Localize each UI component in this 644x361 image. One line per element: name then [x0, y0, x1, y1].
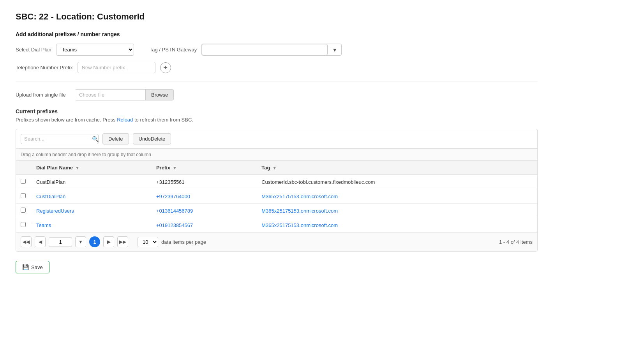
delete-btn[interactable]: Delete — [102, 133, 129, 144]
table-row: Teams+019123854567M365x25175153.onmicros… — [16, 218, 537, 232]
prev-page-btn[interactable]: ◀ — [35, 236, 46, 247]
cache-note-post: to refresh them from SBC. — [134, 117, 193, 123]
form-divider — [16, 81, 538, 81]
telephone-prefix-label: Telephone Number Prefix — [16, 65, 73, 70]
row-0-prefix: +312355561 — [152, 175, 257, 189]
save-icon: 💾 — [22, 264, 29, 270]
file-name-display: Choose file — [75, 90, 145, 100]
row-1-dial-plan[interactable]: CustDialPlan — [32, 189, 152, 204]
per-page-label: data items per page — [161, 239, 206, 245]
first-page-btn[interactable]: ◀◀ — [21, 236, 32, 247]
last-page-btn[interactable]: ▶▶ — [117, 236, 128, 247]
save-label: Save — [31, 264, 43, 270]
cache-note: Prefixes shown below are from cache. Pre… — [16, 117, 538, 123]
undo-delete-btn[interactable]: UndoDelete — [133, 133, 171, 144]
page-title: SBC: 22 - Location: CustomerId — [16, 12, 538, 22]
reload-link[interactable]: Reload — [117, 117, 133, 123]
cache-note-pre: Prefixes shown below are from cache. Pre… — [16, 117, 116, 123]
row-0-dial-plan: CustDialPlan — [32, 175, 152, 189]
telephone-prefix-input[interactable] — [78, 62, 155, 73]
page-number-input[interactable] — [49, 237, 72, 247]
pstn-gateway-input-wrap: M365x25175153.onmicrosoft.com ▼ — [201, 44, 342, 56]
tag-pstn-label: Tag / PSTN Gateway — [150, 47, 197, 53]
save-section: 💾 Save — [16, 261, 538, 273]
add-section-title: Add additional prefixes / number ranges — [16, 31, 538, 37]
checkbox-header-col — [16, 161, 32, 175]
current-prefixes-title: Current prefixes — [16, 108, 538, 114]
prefixes-table: Dial Plan Name ▼ Prefix ▼ Tag ▼ — [16, 161, 537, 232]
row-2-checkbox[interactable] — [21, 208, 26, 213]
save-btn[interactable]: 💾 Save — [16, 261, 49, 273]
drag-hint: Drag a column header and drop it here to… — [16, 149, 537, 161]
table-row: CustDialPlan+97239764000M365x25175153.on… — [16, 189, 537, 204]
col-header-dial-plan: Dial Plan Name ▼ — [32, 161, 152, 175]
prefixes-table-container: 🔍 Delete UndoDelete Drag a column header… — [16, 129, 538, 252]
page-1-btn[interactable]: 1 — [89, 236, 100, 247]
browse-btn[interactable]: Browse — [145, 90, 173, 100]
dial-plan-select[interactable]: Teams CustDialPlan RegisteredUsers — [56, 44, 134, 56]
pagination-bar: ◀◀ ◀ ▼ 1 ▶ ▶▶ 10 25 50 data items per pa… — [16, 232, 537, 251]
table-row: CustDialPlan+312355561CustomerId.sbc-tob… — [16, 175, 537, 189]
row-1-prefix[interactable]: +97239764000 — [152, 189, 257, 204]
dial-plan-filter-icon[interactable]: ▼ — [75, 166, 79, 170]
search-input[interactable] — [24, 136, 90, 142]
search-icon: 🔍 — [92, 136, 99, 142]
row-1-checkbox[interactable] — [21, 193, 26, 198]
col-header-tag: Tag ▼ — [257, 161, 537, 175]
row-2-dial-plan[interactable]: RegisteredUsers — [32, 204, 152, 218]
next-page-btn[interactable]: ▶ — [103, 236, 114, 247]
row-1-tag[interactable]: M365x25175153.onmicrosoft.com — [257, 189, 537, 204]
upload-label: Upload from single file — [16, 92, 70, 98]
row-3-prefix[interactable]: +019123854567 — [152, 218, 257, 232]
search-wrap: 🔍 — [21, 134, 99, 144]
add-prefix-btn[interactable]: + — [160, 62, 171, 73]
row-2-tag[interactable]: M365x25175153.onmicrosoft.com — [257, 204, 537, 218]
items-count: 1 - 4 of 4 items — [499, 239, 533, 245]
page-dropdown-btn[interactable]: ▼ — [75, 236, 86, 247]
pstn-gateway-input[interactable]: M365x25175153.onmicrosoft.com — [202, 44, 328, 55]
row-0-tag: CustomerId.sbc-tobi.customers.fixedmobil… — [257, 175, 537, 189]
table-toolbar: 🔍 Delete UndoDelete — [16, 129, 537, 149]
prefix-filter-icon[interactable]: ▼ — [173, 166, 177, 170]
dial-plan-label: Select Dial Plan — [16, 47, 51, 53]
col-header-prefix: Prefix ▼ — [152, 161, 257, 175]
pstn-dropdown-btn[interactable]: ▼ — [328, 44, 341, 55]
table-body: CustDialPlan+312355561CustomerId.sbc-tob… — [16, 175, 537, 232]
tag-filter-icon[interactable]: ▼ — [272, 166, 277, 170]
row-3-dial-plan[interactable]: Teams — [32, 218, 152, 232]
table-row: RegisteredUsers+013614456789M365x2517515… — [16, 204, 537, 218]
table-header-row: Dial Plan Name ▼ Prefix ▼ Tag ▼ — [16, 161, 537, 175]
row-2-prefix[interactable]: +013614456789 — [152, 204, 257, 218]
file-input-wrap: Choose file Browse — [75, 89, 174, 100]
row-3-tag[interactable]: M365x25175153.onmicrosoft.com — [257, 218, 537, 232]
row-0-checkbox[interactable] — [21, 179, 26, 184]
row-3-checkbox[interactable] — [21, 222, 26, 227]
per-page-select[interactable]: 10 25 50 — [138, 237, 158, 247]
